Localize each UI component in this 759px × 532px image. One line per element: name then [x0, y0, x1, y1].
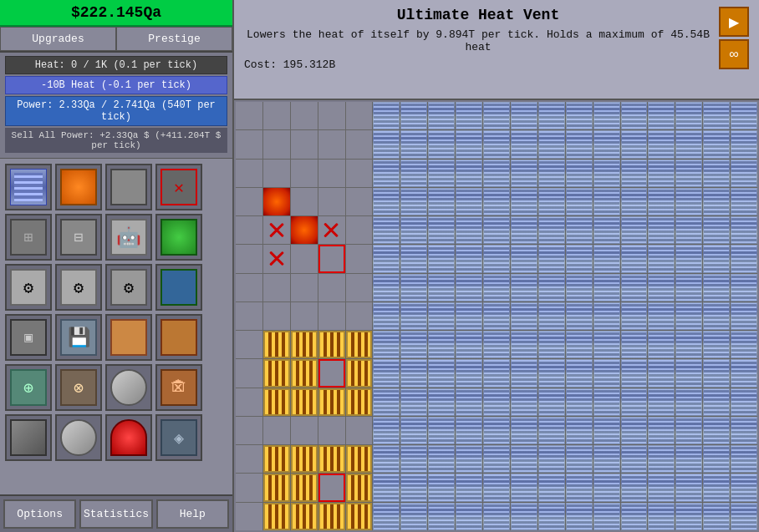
grid-cell[interactable] [263, 417, 290, 444]
grid-cell[interactable] [566, 102, 593, 129]
grid-cell[interactable] [318, 302, 345, 330]
grid-cell[interactable] [566, 188, 593, 215]
grid-cell[interactable] [456, 274, 482, 301]
grid-cell[interactable] [318, 331, 345, 358]
grid-cell[interactable] [373, 102, 400, 129]
item-red-x[interactable]: ✕ [155, 164, 202, 210]
grid-cell[interactable] [648, 359, 675, 387]
grid-cell[interactable] [400, 417, 427, 444]
grid-cell[interactable] [400, 359, 427, 387]
grid-cell[interactable] [648, 216, 675, 244]
grid-cell[interactable] [703, 445, 730, 473]
item-s3[interactable]: ⊗ [55, 364, 102, 411]
grid-cell[interactable] [703, 160, 730, 187]
grid-cell[interactable] [538, 445, 565, 473]
grid-cell[interactable] [538, 274, 565, 301]
grid-cell[interactable] [731, 503, 757, 530]
grid-cell[interactable] [511, 188, 537, 215]
grid-cell[interactable] [236, 216, 262, 244]
grid-cell[interactable] [483, 160, 510, 187]
grid-cell[interactable] [538, 503, 565, 530]
grid-cell[interactable] [648, 417, 675, 444]
grid-cell[interactable] [731, 359, 757, 387]
item-building2[interactable] [155, 314, 202, 361]
grid-cell[interactable] [236, 331, 262, 358]
grid-cell[interactable] [263, 474, 290, 501]
grid-cell[interactable] [291, 474, 318, 501]
grid-cell[interactable] [593, 130, 620, 158]
nav-forward-button[interactable]: ▶ [719, 7, 749, 37]
grid-cell[interactable] [621, 302, 648, 330]
grid-cell[interactable] [400, 474, 427, 501]
grid-cell[interactable] [483, 331, 510, 358]
grid-cell[interactable] [675, 102, 702, 129]
grid-cell[interactable] [236, 417, 262, 444]
grid-cell[interactable] [236, 274, 262, 301]
grid-cell[interactable] [566, 474, 593, 501]
grid-cell[interactable] [511, 445, 537, 473]
grid-cell[interactable] [511, 359, 537, 387]
grid-cell[interactable] [291, 503, 318, 530]
grid-cell[interactable] [483, 130, 510, 158]
grid-cell[interactable] [593, 388, 620, 416]
grid-cell[interactable] [538, 302, 565, 330]
grid-cell[interactable] [263, 245, 290, 272]
grid-cell[interactable] [511, 160, 537, 187]
grid-cell[interactable] [236, 359, 262, 387]
grid-cell[interactable] [263, 216, 290, 244]
grid-cell[interactable] [538, 474, 565, 501]
grid-cell[interactable] [703, 216, 730, 244]
nav-loop-button[interactable]: ∞ [719, 39, 749, 69]
grid-cell[interactable] [483, 188, 510, 215]
item-building[interactable] [105, 314, 152, 361]
grid-cell[interactable] [703, 130, 730, 158]
grid-cell[interactable] [593, 417, 620, 444]
grid-cell[interactable] [703, 102, 730, 129]
grid-cell[interactable] [538, 102, 565, 129]
grid-cell[interactable] [428, 274, 455, 301]
grid-cell[interactable] [318, 160, 345, 187]
grid-cell[interactable] [456, 503, 482, 530]
grid-cell[interactable] [400, 503, 427, 530]
grid-cell[interactable] [263, 359, 290, 387]
grid-cell[interactable] [621, 417, 648, 444]
grid-cell[interactable] [703, 503, 730, 530]
grid-cell[interactable] [346, 388, 373, 416]
grid-cell[interactable] [373, 503, 400, 530]
grid-cell[interactable] [621, 160, 648, 187]
grid-cell[interactable] [731, 445, 757, 473]
grid-cell[interactable] [236, 245, 262, 272]
grid-cell[interactable] [373, 417, 400, 444]
grid-cell[interactable] [621, 388, 648, 416]
grid-cell[interactable] [346, 331, 373, 358]
grid-cell[interactable] [731, 160, 757, 187]
grid-cell[interactable] [400, 445, 427, 473]
grid-cell[interactable] [566, 417, 593, 444]
grid-cell[interactable] [318, 188, 345, 215]
grid-cell[interactable] [318, 445, 345, 473]
grid-cell[interactable] [400, 302, 427, 330]
grid-cell[interactable] [428, 245, 455, 272]
grid-cell[interactable] [291, 445, 318, 473]
grid-cell[interactable] [291, 160, 318, 187]
grid-cell[interactable] [511, 102, 537, 129]
grid-cell[interactable] [566, 445, 593, 473]
grid-cell[interactable] [621, 359, 648, 387]
grid-cell[interactable] [648, 274, 675, 301]
item-s2[interactable]: ⊕ [5, 364, 52, 411]
grid-cell[interactable] [648, 445, 675, 473]
grid-cell[interactable] [373, 331, 400, 358]
grid-cell[interactable] [318, 102, 345, 129]
grid-cell[interactable] [318, 130, 345, 158]
grid-cell[interactable] [675, 474, 702, 501]
grid-cell[interactable] [731, 302, 757, 330]
grid-cell[interactable] [675, 331, 702, 358]
grid-cell[interactable] [511, 302, 537, 330]
grid-cell[interactable] [291, 216, 318, 244]
prestige-button[interactable]: Prestige [116, 27, 232, 51]
grid-cell[interactable] [566, 331, 593, 358]
grid-cell[interactable] [538, 216, 565, 244]
grid-cell[interactable] [318, 245, 345, 272]
grid-cell[interactable] [703, 359, 730, 387]
grid-cell[interactable] [456, 331, 482, 358]
